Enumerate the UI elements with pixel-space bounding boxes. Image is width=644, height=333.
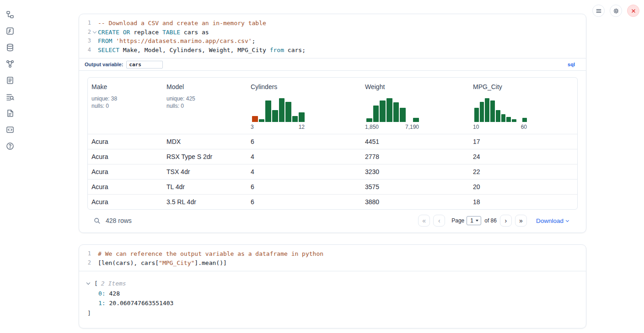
output-variable-input[interactable] (126, 61, 163, 69)
code-line[interactable]: 2CREATE OR replace TABLE cars as (79, 28, 586, 37)
line-number: 2 (79, 28, 91, 37)
fold-slot (91, 249, 98, 259)
line-number: 4 (79, 46, 91, 55)
histogram-bar (252, 116, 258, 122)
table-footer: 428 rows « ‹ Page 1 of 86 › » Download (87, 210, 578, 233)
table-cell: 6 (247, 183, 361, 190)
gear-icon (612, 7, 620, 15)
histogram-range-labels: 1060 (473, 124, 527, 130)
line-number: 1 (79, 19, 91, 28)
menu-button[interactable] (592, 5, 605, 17)
table-cell: 20 (469, 183, 577, 190)
histogram-range-labels: 1,8507,190 (365, 124, 419, 130)
outline-icon[interactable] (5, 76, 15, 85)
code-text: FROM 'https://datasets.marimo.app/cars.c… (98, 37, 255, 46)
histogram-bar (506, 117, 511, 122)
histogram-bar (373, 106, 379, 122)
column-header-make[interactable]: Makeunique: 38nulls: 0 (88, 78, 163, 134)
close-button[interactable] (627, 5, 639, 17)
column-header-weight[interactable]: Weight1,8507,190 (361, 78, 469, 134)
file-explorer-icon[interactable] (5, 10, 15, 19)
table-header: Makeunique: 38nulls: 0Modelunique: 425nu… (88, 78, 577, 134)
tree-collapse-icon[interactable] (86, 283, 91, 284)
column-header-cylinders[interactable]: Cylinders312 (247, 78, 361, 134)
output-variable-label: Output variable: (85, 62, 123, 67)
fold-slot (91, 37, 98, 46)
double-chevron-right-icon: » (519, 217, 523, 224)
histogram-bar (380, 100, 386, 122)
documentation-icon[interactable] (5, 109, 15, 118)
dependency-graph-icon[interactable] (5, 59, 15, 69)
fold-chevron-icon[interactable] (91, 28, 98, 37)
column-header-model[interactable]: Modelunique: 425nulls: 0 (163, 78, 247, 134)
hamburger-icon (595, 7, 602, 15)
table-cell: 3880 (361, 198, 469, 206)
histogram-bar (496, 110, 500, 122)
python-cell: 1# We can reference the output variable … (79, 244, 586, 328)
next-page-button[interactable]: › (500, 215, 512, 227)
double-chevron-left-icon: « (422, 217, 426, 224)
histogram-bar (366, 118, 372, 122)
code-text: SELECT Make, Model, Cylinders, Weight, M… (98, 46, 306, 55)
last-page-button[interactable]: » (515, 215, 527, 227)
table-cell: 22 (469, 168, 577, 175)
table-cell: 6 (247, 138, 361, 145)
chevron-left-icon: ‹ (438, 217, 440, 224)
tree-root-line: [ 2 Items (86, 279, 578, 289)
column-histogram (252, 98, 305, 122)
table-row: Acura3.5 RL 4dr6388018 (88, 194, 577, 209)
page-select[interactable]: 1 (467, 216, 481, 225)
notebook-area: 1-- Download a CSV and create an in-memo… (79, 0, 586, 328)
code-line[interactable]: 4SELECT Make, Model, Cylinders, Weight, … (79, 46, 586, 55)
previous-page-button[interactable]: ‹ (433, 215, 445, 227)
code-line[interactable]: 1-- Download a CSV and create an in-memo… (79, 19, 586, 28)
python-output: [ 2 Items 0: 4281: 20.060747663551403 ] (79, 271, 586, 328)
fold-slot (91, 46, 98, 55)
sql-code-editor[interactable]: 1-- Download a CSV and create an in-memo… (79, 14, 586, 58)
data-table: Makeunique: 38nulls: 0Modelunique: 425nu… (87, 77, 578, 210)
first-page-button[interactable]: « (418, 215, 430, 227)
code-line[interactable]: 1# We can reference the output variable … (79, 249, 586, 259)
language-badge: sql (568, 62, 575, 67)
select-caret-icon (476, 220, 478, 222)
histogram-bar (400, 108, 406, 122)
code-text: CREATE OR replace TABLE cars as (98, 28, 209, 37)
histogram-bar (413, 118, 419, 122)
row-count: 428 rows (106, 217, 132, 224)
column-histogram (366, 98, 419, 122)
tree-open-bracket: [ (94, 279, 98, 289)
code-line[interactable]: 2[len(cars), cars["MPG_City"].mean()] (79, 259, 586, 268)
column-name: Make (91, 83, 159, 90)
logs-icon[interactable] (5, 92, 15, 101)
table-cell: 3575 (361, 183, 469, 190)
histogram-bar (272, 110, 278, 122)
download-button[interactable]: Download (536, 217, 569, 224)
sql-cell: 1-- Download a CSV and create an in-memo… (79, 14, 586, 233)
column-stats: unique: 38nulls: 0 (91, 95, 159, 110)
code-line[interactable]: 3FROM 'https://datasets.marimo.app/cars.… (79, 37, 586, 46)
python-code-editor[interactable]: 1# We can reference the output variable … (79, 245, 586, 271)
histogram-bar (299, 112, 305, 122)
table-output: Makeunique: 38nulls: 0Modelunique: 425nu… (79, 70, 586, 233)
fold-slot (91, 259, 98, 268)
histogram-bar (265, 100, 271, 122)
table-row: AcuraMDX6445117 (88, 134, 577, 149)
histogram-bar (522, 118, 527, 122)
table-cell: 4451 (361, 138, 469, 145)
table-cell: 24 (469, 153, 577, 160)
column-name: MPG_City (473, 83, 574, 90)
datasources-icon[interactable] (5, 43, 15, 52)
scratchpad-icon[interactable] (5, 26, 15, 36)
column-header-mpg_city[interactable]: MPG_City1060 (469, 78, 577, 134)
table-cell: MDX (163, 138, 247, 145)
search-button[interactable] (92, 216, 102, 226)
settings-button[interactable] (610, 5, 622, 17)
column-histogram (474, 98, 527, 122)
table-cell: Acura (88, 138, 163, 145)
snippets-icon[interactable] (5, 125, 15, 134)
help-icon[interactable] (5, 142, 15, 151)
table-cell: 17 (469, 138, 577, 145)
code-text: # We can reference the output variable a… (98, 249, 323, 259)
table-cell: Acura (88, 198, 163, 206)
histogram-bar (501, 114, 506, 122)
